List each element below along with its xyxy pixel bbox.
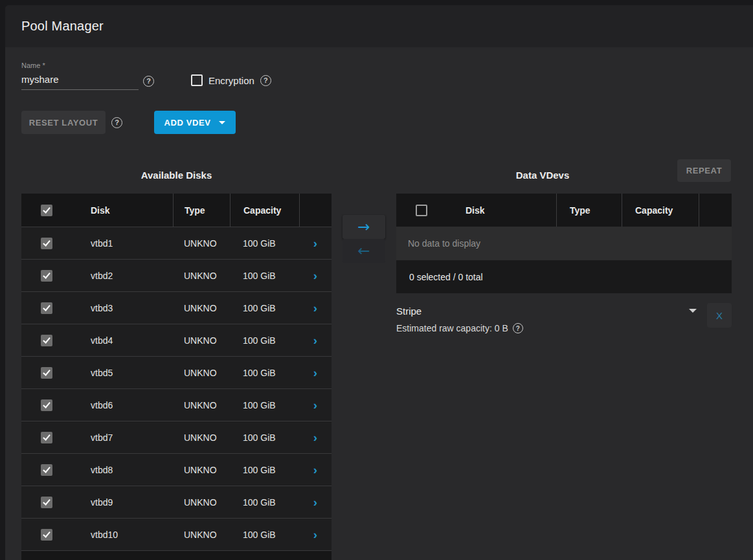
disk-capacity-cell: 100 GiB [230,335,299,346]
select-all-checkbox[interactable] [41,205,52,216]
disk-row-checkbox[interactable] [41,464,52,476]
chevron-right-icon[interactable]: › [313,431,317,443]
chevron-right-icon[interactable]: › [313,334,317,346]
disk-type-cell: UNKNO [173,271,230,281]
chevron-down-icon [219,121,225,124]
disk-name-cell: vtbd6 [71,400,173,410]
disk-capacity-cell: 100 GiB [230,368,299,378]
data-vdevs-title: Data VDevs [516,170,570,181]
data-vdevs-heading: Data VDevs REPEAT [396,157,732,194]
data-vdevs-header: Disk Type Capacity [396,194,732,227]
estimated-capacity-help-icon[interactable]: ? [513,323,523,333]
available-disks-rows: vtbd1 UNKNO 100 GiB › vtbd2 UNKNO 100 Gi… [21,227,332,550]
encryption-group: Encryption ? [191,74,271,86]
disk-row: vtbd3 UNKNO 100 GiB › [21,291,332,324]
column-header-disk: Disk [71,194,173,227]
disk-row-checkbox[interactable] [41,335,52,346]
disk-row: vtbd8 UNKNO 100 GiB › [21,453,332,486]
vdev-layout-select[interactable]: Stripe [396,303,698,319]
disk-row: vtbd4 UNKNO 100 GiB › [21,324,332,356]
add-vdev-button[interactable]: ADD VDEV [154,111,236,134]
disk-name-cell: vtbd4 [71,335,173,346]
disk-type-cell: UNKNO [173,497,230,508]
estimated-capacity-text: Estimated raw capacity: 0 B [396,323,508,333]
repeat-button[interactable]: REPEAT [677,159,731,182]
chevron-right-icon[interactable]: › [313,302,317,314]
selection-summary: 0 selected / 0 total [396,260,732,293]
disk-row: vtbd7 UNKNO 100 GiB › [21,421,332,453]
disk-name-cell: vtbd1 [71,238,173,249]
move-right-button[interactable]: → [343,215,385,239]
move-left-button[interactable]: ← [343,239,385,263]
encryption-help-icon[interactable]: ? [260,75,271,86]
disk-row: vtbd9 UNKNO 100 GiB › [21,486,332,518]
name-field-group: Name * ? [21,62,154,90]
chevron-right-icon[interactable]: › [313,366,317,379]
vdev-select-all-checkbox[interactable] [416,205,427,216]
vdev-column-header-disk: Disk [447,194,556,227]
vdev-column-header-capacity: Capacity [622,194,699,227]
disk-row-checkbox[interactable] [41,302,52,314]
card-header: Pool Manager [5,5,753,47]
available-disks-header: Disk Type Capacity [21,194,332,227]
disk-capacity-cell: 100 GiB [230,465,299,475]
disk-name-cell: vtbd9 [71,497,173,508]
chevron-down-icon [689,309,697,313]
disk-row-checkbox[interactable] [41,497,52,508]
disk-row: vtbd10 UNKNO 100 GiB › [21,518,332,550]
disk-type-cell: UNKNO [173,400,230,410]
chevron-right-icon[interactable]: › [313,399,317,411]
page-title: Pool Manager [21,19,104,34]
chevron-right-icon[interactable]: › [313,237,317,249]
name-help-icon[interactable]: ? [143,76,154,87]
disk-row-checkbox[interactable] [41,529,52,541]
available-disks-panel: Available Disks Disk Type Capacity vtbd1… [21,157,332,560]
chevron-right-icon[interactable]: › [313,496,317,508]
vdev-column-header-type: Type [556,194,622,227]
disk-row-checkbox[interactable] [41,432,52,443]
panels: Available Disks Disk Type Capacity vtbd1… [21,157,737,560]
disk-name-cell: vtbd7 [71,432,173,443]
disk-row-checkbox[interactable] [41,367,52,379]
disk-capacity-cell: 100 GiB [230,432,299,443]
available-disks-title: Available Disks [21,157,332,194]
form-row: Name * ? Encryption ? [21,62,737,90]
disk-row-checkbox[interactable] [41,399,52,411]
disk-type-cell: UNKNO [173,303,230,313]
arrow-left-icon: ← [357,243,370,258]
reset-layout-help-icon[interactable]: ? [111,117,122,128]
disk-row-checkbox[interactable] [41,270,52,282]
vdev-layout-section: Stripe Estimated raw capacity: 0 B ? X [396,303,732,333]
disk-name-cell: vtbd2 [71,271,173,281]
chevron-right-icon[interactable]: › [313,528,317,541]
arrow-right-icon: → [357,219,370,234]
disk-type-cell: UNKNO [173,530,230,540]
disk-name-cell: vtbd10 [71,530,173,540]
disk-row: vtbd6 UNKNO 100 GiB › [21,388,332,421]
encryption-checkbox[interactable] [191,74,203,86]
disk-capacity-cell: 100 GiB [230,303,299,313]
name-field-label: Name * [21,62,154,69]
add-vdev-label: ADD VDEV [164,118,211,128]
column-header-type: Type [173,194,230,227]
reset-layout-button[interactable]: RESET LAYOUT [21,111,106,134]
disk-name-cell: vtbd3 [71,303,173,313]
remove-vdev-button[interactable]: X [707,303,732,328]
pool-manager-card: Pool Manager Name * ? Encryption ? RESET… [5,5,753,560]
disk-row-checkbox[interactable] [41,238,52,249]
name-input[interactable] [21,72,139,90]
card-body: Name * ? Encryption ? RESET LAYOUT ? ADD… [5,47,753,560]
disk-type-cell: UNKNO [173,335,230,346]
chevron-right-icon[interactable]: › [313,269,317,282]
transfer-column: → ← [332,157,396,560]
column-header-capacity: Capacity [230,194,299,227]
disk-capacity-cell: 100 GiB [230,530,299,540]
disk-capacity-cell: 100 GiB [230,271,299,281]
encryption-label: Encryption [208,75,254,86]
disk-capacity-cell: 100 GiB [230,497,299,508]
disk-name-cell: vtbd8 [71,465,173,475]
buttons-row: RESET LAYOUT ? ADD VDEV [21,111,737,134]
chevron-right-icon[interactable]: › [313,464,317,476]
disk-capacity-cell: 100 GiB [230,238,299,249]
disk-row: vtbd1 UNKNO 100 GiB › [21,227,332,259]
